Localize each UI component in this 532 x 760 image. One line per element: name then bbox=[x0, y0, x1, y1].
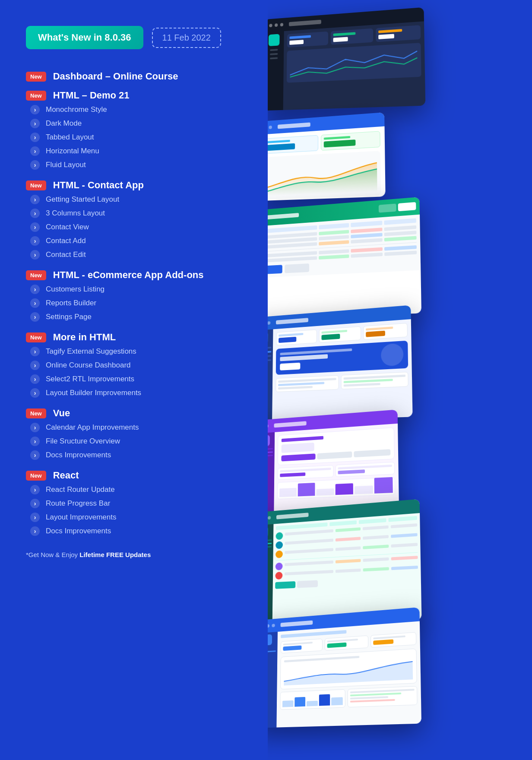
section-title-html-demo21: HTML – Demo 21 bbox=[53, 90, 130, 101]
sub-item-label-html-contact-0: Getting Started Layout bbox=[46, 195, 119, 204]
sub-item-label-html-demo21-0: Monochrome Style bbox=[46, 105, 107, 114]
main-container: What's New in 8.0.36 11 Feb 2022 NewDash… bbox=[0, 0, 532, 760]
sub-item-html-contact-4[interactable]: Contact Edit bbox=[26, 248, 242, 262]
sub-item-label-more-html-0: Tagify External Suggestions bbox=[46, 347, 136, 356]
footer-bold: Lifetime FREE Updates bbox=[79, 551, 151, 558]
section-header-html-demo21: NewHTML – Demo 21 bbox=[26, 90, 242, 101]
sub-item-more-html-3[interactable]: Layout Builder Improvements bbox=[26, 386, 242, 400]
header-row: What's New in 8.0.36 11 Feb 2022 bbox=[26, 26, 242, 49]
sub-item-label-react-2: Layout Improvements bbox=[46, 513, 116, 522]
chevron-icon-html-demo21-2 bbox=[30, 133, 40, 142]
new-badge-html-ecommerce: New bbox=[26, 270, 46, 280]
sub-item-label-vue-2: Docs Improvements bbox=[46, 451, 111, 459]
section-header-dashboard: NewDashboard – Online Course bbox=[26, 71, 242, 82]
new-badge-vue: New bbox=[26, 408, 46, 418]
chevron-icon-html-contact-1 bbox=[30, 209, 40, 218]
sub-item-vue-0[interactable]: Calendar App Improvements bbox=[26, 421, 242, 434]
section-html-contact: NewHTML - Contact AppGetting Started Lay… bbox=[26, 180, 242, 262]
sub-item-label-react-1: Route Progress Bar bbox=[46, 499, 110, 508]
section-title-more-html: More in HTML bbox=[53, 332, 116, 343]
sub-item-html-demo21-1[interactable]: Dark Mode bbox=[26, 117, 242, 130]
section-header-html-contact: NewHTML - Contact App bbox=[26, 180, 242, 191]
sub-item-label-vue-1: File Sructure Overview bbox=[46, 437, 120, 446]
section-header-html-ecommerce: NewHTML - eCommerce App Add-ons bbox=[26, 269, 242, 281]
sub-item-html-contact-3[interactable]: Contact Add bbox=[26, 234, 242, 248]
sub-item-html-demo21-0[interactable]: Monochrome Style bbox=[26, 103, 242, 117]
sub-item-label-html-demo21-2: Tabbed Layout bbox=[46, 133, 94, 142]
chevron-icon-html-demo21-3 bbox=[30, 146, 40, 156]
sub-item-html-demo21-4[interactable]: Fluid Layout bbox=[26, 158, 242, 172]
new-badge-more-html: New bbox=[26, 332, 46, 342]
chevron-icon-more-html-3 bbox=[30, 388, 40, 398]
footer-text: *Get Now & Enjoy Lifetime FREE Updates bbox=[26, 551, 242, 558]
sub-item-label-html-demo21-3: Horizontal Menu bbox=[46, 147, 99, 155]
sub-item-label-more-html-2: Select2 RTL Improvements bbox=[46, 375, 134, 383]
chevron-icon-html-demo21-0 bbox=[30, 105, 40, 114]
sub-item-label-react-3: Docs Improvements bbox=[46, 527, 111, 535]
section-vue: NewVueCalendar App ImprovementsFile Sruc… bbox=[26, 408, 242, 462]
date-badge: 11 Feb 2022 bbox=[152, 28, 221, 48]
chevron-icon-html-ecommerce-1 bbox=[30, 298, 40, 308]
screenshots-area bbox=[268, 0, 532, 760]
sub-item-label-html-contact-1: 3 Columns Layout bbox=[46, 209, 105, 218]
screenshot-card-5 bbox=[268, 409, 399, 512]
new-badge-react: New bbox=[26, 471, 46, 481]
sub-item-vue-2[interactable]: Docs Improvements bbox=[26, 448, 242, 462]
chevron-icon-html-demo21-4 bbox=[30, 160, 40, 170]
right-panel bbox=[268, 0, 532, 760]
chevron-icon-html-contact-0 bbox=[30, 195, 40, 204]
section-header-more-html: NewMore in HTML bbox=[26, 332, 242, 343]
chevron-icon-react-3 bbox=[30, 526, 40, 536]
section-title-html-contact: HTML - Contact App bbox=[53, 180, 144, 191]
section-title-html-ecommerce: HTML - eCommerce App Add-ons bbox=[53, 269, 204, 281]
sub-item-label-html-ecommerce-2: Settings Page bbox=[46, 313, 92, 321]
sub-item-more-html-0[interactable]: Tagify External Suggestions bbox=[26, 345, 242, 358]
sub-item-html-contact-1[interactable]: 3 Columns Layout bbox=[26, 206, 242, 220]
sub-item-react-1[interactable]: Route Progress Bar bbox=[26, 497, 242, 510]
screenshot-card-2 bbox=[268, 112, 386, 201]
sub-item-more-html-2[interactable]: Select2 RTL Improvements bbox=[26, 372, 242, 386]
sub-item-html-demo21-2[interactable]: Tabbed Layout bbox=[26, 130, 242, 144]
sub-item-label-html-ecommerce-0: Customers Listing bbox=[46, 285, 104, 294]
sub-item-more-html-1[interactable]: Online Course Dashboard bbox=[26, 358, 242, 372]
sub-item-label-html-demo21-4: Fluid Layout bbox=[46, 161, 86, 169]
sub-item-html-contact-2[interactable]: Contact View bbox=[26, 220, 242, 234]
sub-item-vue-1[interactable]: File Sructure Overview bbox=[26, 434, 242, 448]
left-panel: What's New in 8.0.36 11 Feb 2022 NewDash… bbox=[0, 0, 268, 760]
section-title-react: React bbox=[53, 470, 79, 481]
sub-item-react-3[interactable]: Docs Improvements bbox=[26, 524, 242, 538]
screenshot-card-1 bbox=[268, 7, 425, 111]
screenshot-card-4 bbox=[268, 305, 413, 421]
sub-item-html-ecommerce-2[interactable]: Settings Page bbox=[26, 310, 242, 324]
section-dashboard: NewDashboard – Online Course bbox=[26, 71, 242, 82]
chevron-icon-html-contact-3 bbox=[30, 236, 40, 246]
sub-item-label-html-contact-2: Contact View bbox=[46, 223, 89, 231]
sub-item-react-0[interactable]: React Router Update bbox=[26, 483, 242, 497]
chevron-icon-react-2 bbox=[30, 513, 40, 522]
chevron-icon-more-html-2 bbox=[30, 374, 40, 384]
sub-item-html-contact-0[interactable]: Getting Started Layout bbox=[26, 193, 242, 206]
footer-prefix: *Get Now & Enjoy bbox=[26, 551, 79, 558]
screenshot-card-6 bbox=[268, 499, 421, 624]
sub-item-label-react-0: React Router Update bbox=[46, 485, 115, 494]
chevron-icon-vue-1 bbox=[30, 437, 40, 446]
sub-item-label-more-html-1: Online Course Dashboard bbox=[46, 361, 131, 370]
chevron-icon-html-ecommerce-0 bbox=[30, 285, 40, 294]
sub-item-label-html-contact-4: Contact Edit bbox=[46, 250, 86, 259]
section-react: NewReactReact Router UpdateRoute Progres… bbox=[26, 470, 242, 538]
sub-item-label-more-html-3: Layout Builder Improvements bbox=[46, 389, 141, 397]
sub-item-react-2[interactable]: Layout Improvements bbox=[26, 510, 242, 524]
section-title-dashboard: Dashboard – Online Course bbox=[53, 71, 178, 82]
chevron-icon-html-ecommerce-2 bbox=[30, 312, 40, 322]
chevron-icon-vue-0 bbox=[30, 423, 40, 432]
sub-item-label-html-contact-3: Contact Add bbox=[46, 237, 86, 245]
screenshot-card-3 bbox=[268, 197, 421, 318]
sub-item-html-ecommerce-1[interactable]: Reports Builder bbox=[26, 296, 242, 310]
new-badge-html-demo21: New bbox=[26, 91, 46, 101]
section-html-ecommerce: NewHTML - eCommerce App Add-onsCustomers… bbox=[26, 269, 242, 324]
section-title-vue: Vue bbox=[53, 408, 70, 419]
new-badge-dashboard: New bbox=[26, 72, 46, 82]
chevron-icon-more-html-1 bbox=[30, 361, 40, 370]
sub-item-html-demo21-3[interactable]: Horizontal Menu bbox=[26, 144, 242, 158]
sub-item-html-ecommerce-0[interactable]: Customers Listing bbox=[26, 282, 242, 296]
